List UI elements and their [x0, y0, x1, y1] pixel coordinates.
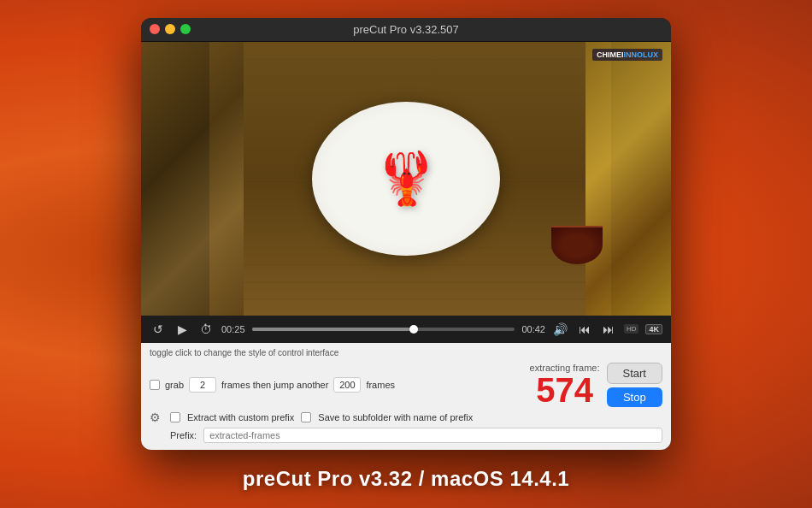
extracting-section: extracting frame: 574 — [530, 363, 600, 407]
time-current: 00:25 — [221, 324, 245, 334]
bottom-panel: toggle click to change the style of cont… — [141, 343, 671, 450]
gear-icon[interactable]: ⚙ — [150, 411, 163, 424]
minimize-button[interactable] — [165, 24, 175, 34]
bowl — [551, 226, 603, 264]
progress-fill — [252, 328, 410, 331]
grab-value-input[interactable] — [189, 377, 216, 393]
chimei-text: CHIMEI — [597, 50, 624, 59]
start-stop-buttons: Start Stop — [607, 363, 662, 407]
stop-button[interactable]: Stop — [607, 387, 662, 407]
jump-value-input[interactable] — [333, 377, 361, 393]
cloth-left — [141, 42, 244, 316]
frames-label: frames — [366, 380, 395, 390]
food-image: 🦞 — [374, 148, 438, 209]
frame-number: 574 — [536, 373, 593, 407]
rewind-button[interactable]: ↺ — [150, 321, 167, 338]
chimei-logo: CHIMEIINNOLUX — [592, 49, 662, 61]
play-button[interactable]: ▶ — [174, 321, 191, 338]
window-title: preCut Pro v3.32.507 — [353, 23, 459, 36]
prefix-label: Prefix: — [170, 430, 197, 440]
food-plate: 🦞 — [312, 102, 500, 256]
bottom-tagline: preCut Pro v3.32 / macOS 14.4.1 — [243, 467, 569, 491]
progress-thumb — [409, 325, 418, 334]
subfolder-checkbox[interactable] — [301, 412, 311, 422]
close-button[interactable] — [150, 24, 160, 34]
timer-button[interactable]: ⏱ — [197, 321, 215, 338]
custom-prefix-label: Extract with custom prefix — [187, 412, 294, 422]
resolution-badge: HD — [624, 324, 639, 334]
prefix-input[interactable] — [203, 428, 662, 443]
frames-then-jump-label: frames then jump another — [221, 380, 328, 390]
traffic-lights — [150, 24, 191, 34]
toggle-hint: toggle click to change the style of cont… — [150, 348, 662, 357]
app-window: preCut Pro v3.32.507 🦞 CHIMEIINNOLUX ↺ ▶… — [141, 18, 671, 450]
innolux-text: INNOLUX — [624, 50, 659, 59]
volume-button[interactable]: 🔊 — [552, 321, 569, 338]
4k-badge: 4K — [645, 324, 662, 334]
prev-frame-button[interactable]: ⏮ — [576, 321, 593, 338]
custom-prefix-checkbox[interactable] — [170, 412, 180, 422]
grab-controls: grab frames then jump another frames — [150, 377, 513, 393]
subfolder-label: Save to subfolder with name of prefix — [318, 412, 473, 422]
controls-row-2: ⚙ Extract with custom prefix Save to sub… — [150, 411, 662, 424]
grab-checkbox[interactable] — [150, 380, 160, 390]
time-total: 00:42 — [521, 324, 545, 334]
start-button[interactable]: Start — [607, 363, 662, 384]
progress-bar[interactable] — [252, 328, 515, 331]
video-area[interactable]: 🦞 CHIMEIINNOLUX — [141, 42, 671, 316]
cloth-right — [585, 42, 671, 316]
controls-bar: ↺ ▶ ⏱ 00:25 00:42 🔊 ⏮ ⏭ HD 4K — [141, 316, 671, 343]
maximize-button[interactable] — [180, 24, 191, 34]
controls-row-3: Prefix: — [150, 428, 662, 443]
controls-row-1: grab frames then jump another frames ext… — [150, 363, 662, 407]
next-frame-button[interactable]: ⏭ — [600, 321, 617, 338]
grab-label: grab — [165, 380, 184, 390]
titlebar: preCut Pro v3.32.507 — [141, 18, 671, 42]
